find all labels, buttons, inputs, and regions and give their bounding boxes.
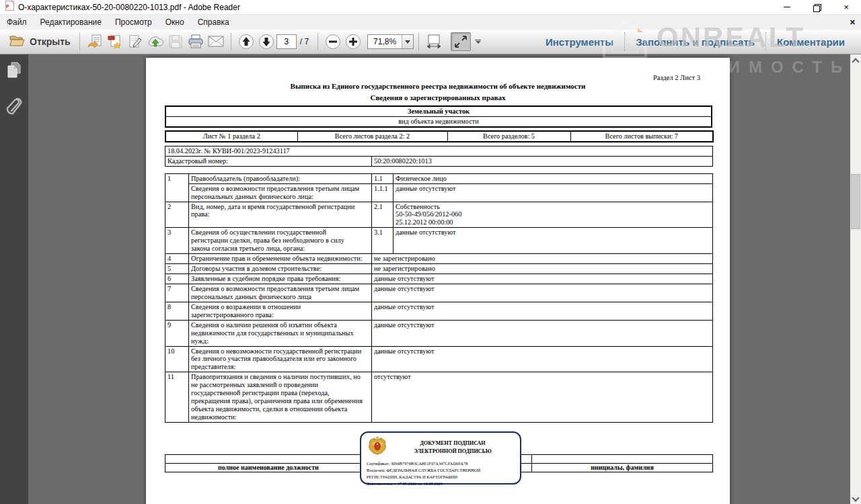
menu-bar: Файл Редактирование Просмотр Окно Справк… bbox=[0, 15, 861, 30]
stamp-validity: Действителен: с 17.05.2022 по 10.08.2023 bbox=[367, 480, 515, 487]
row-label-cell: Правопритязания и сведения о наличии пос… bbox=[189, 372, 372, 423]
fit-width-icon bbox=[426, 34, 442, 49]
email-envelope-icon bbox=[208, 36, 224, 48]
page-up-icon bbox=[238, 34, 254, 50]
sheet-cell: Лист № 1 раздела 2 bbox=[165, 131, 297, 142]
table-row: 11Правопритязания и сведения о наличии п… bbox=[165, 372, 713, 423]
row-number-cell: 8 bbox=[165, 302, 189, 320]
zoom-in-icon bbox=[345, 34, 361, 50]
print-button[interactable] bbox=[186, 32, 206, 51]
page-total-label: / 7 bbox=[300, 37, 309, 46]
zoom-out-button[interactable] bbox=[323, 32, 343, 51]
row-value-cell: не зарегистрировано bbox=[372, 264, 713, 274]
sign-pencil-icon bbox=[127, 34, 143, 50]
row-label-cell: Сведения об осуществлении государственно… bbox=[189, 228, 372, 254]
save-button[interactable] bbox=[165, 32, 186, 51]
fill-sign-panel-button[interactable]: Заполнить и подписать bbox=[625, 36, 765, 48]
menu-file[interactable]: Файл bbox=[0, 15, 34, 29]
table-row: 5Договоры участия в долевом строительств… bbox=[165, 264, 713, 274]
sign-button[interactable] bbox=[125, 32, 145, 51]
toolbar-separator bbox=[317, 33, 318, 50]
row-subnumber-cell: 1.1 bbox=[372, 173, 394, 183]
row-number-cell: 7 bbox=[165, 284, 189, 302]
table-row: 1Правообладатель (правообладатели):1.1Фи… bbox=[165, 173, 713, 183]
scroll-down-icon[interactable] bbox=[852, 494, 859, 501]
create-pdf-icon bbox=[107, 34, 123, 50]
zoom-level-value: 71,8% bbox=[368, 37, 402, 46]
row-label-cell: Сведения о возможности предоставления тр… bbox=[189, 284, 372, 302]
fit-width-button[interactable] bbox=[424, 32, 444, 51]
email-button[interactable] bbox=[206, 32, 226, 51]
row-value-cell: данные отсутствуют bbox=[372, 302, 713, 320]
restore-button[interactable] bbox=[802, 0, 831, 14]
row-value-cell: Физическое лицо bbox=[394, 173, 713, 183]
menu-help[interactable]: Справка bbox=[191, 15, 236, 29]
tools-panel-button[interactable]: Инструменты bbox=[535, 36, 624, 48]
document-viewport[interactable]: Раздел 2 Лист 3 Выписка из Единого госуд… bbox=[28, 54, 850, 504]
row-label-cell: Ограничение прав и обременение объекта н… bbox=[189, 254, 372, 264]
toolbar-separator bbox=[418, 33, 419, 50]
main-area: Раздел 2 Лист 3 Выписка из Единого госуд… bbox=[0, 54, 861, 504]
sheet-cell: Всего листов раздела 2: 2 bbox=[297, 131, 447, 142]
row-label-cell: Договоры участия в долевом строительстве… bbox=[189, 264, 372, 274]
date-number-table: 18.04.2023г. № КУВИ-001/2023-91243117 Ка… bbox=[165, 146, 713, 167]
row-value-cell: не зарегистрировано bbox=[372, 254, 713, 264]
title-bar: P О-характеристиках-50-20-0080220-1013.p… bbox=[0, 0, 861, 15]
create-pdf-button[interactable] bbox=[105, 32, 125, 51]
row-value-cell: данные отсутствуют bbox=[372, 346, 713, 372]
table-row: 4Ограничение прав и обременение объекта … bbox=[165, 254, 713, 264]
document-tables: Земельный участок вид объекта недвижимос… bbox=[165, 106, 712, 423]
table-row: 2Вид, номер, дата и время государственно… bbox=[165, 202, 713, 228]
table-row: 6Заявленные в судебном порядке права тре… bbox=[165, 274, 713, 284]
actual-size-button[interactable] bbox=[451, 32, 471, 51]
zoom-in-button[interactable] bbox=[343, 32, 363, 51]
table-row: 10Сведения о невозможности государственн… bbox=[165, 346, 713, 372]
upload-cloud-button[interactable] bbox=[145, 32, 165, 51]
document-subtitle: Сведения о зарегистрированных правах bbox=[146, 93, 730, 101]
table-row: 7Сведения о возможности предоставления т… bbox=[165, 284, 713, 302]
print-icon bbox=[188, 34, 204, 49]
rights-table-body: 1Правообладатель (правообладатели):1.1Фи… bbox=[165, 173, 713, 422]
export-pdf-button[interactable] bbox=[85, 32, 105, 51]
resize-arrows-icon bbox=[454, 35, 467, 48]
overflow-bar-icon bbox=[475, 40, 481, 40]
zoom-level-select[interactable]: 71,8% bbox=[367, 34, 414, 49]
scrollbar-thumb[interactable] bbox=[851, 174, 860, 229]
table-row: 8Сведения о возражении в отношении зарег… bbox=[165, 302, 713, 320]
minimize-button[interactable] bbox=[772, 0, 802, 14]
open-button[interactable]: Открыть bbox=[5, 32, 75, 51]
close-button[interactable]: × bbox=[831, 0, 861, 14]
menubar-close-icon[interactable]: ✕ bbox=[850, 18, 856, 27]
toolbar-overflow-button[interactable] bbox=[475, 40, 481, 44]
scroll-up-icon[interactable] bbox=[852, 58, 859, 65]
navigation-sidebar bbox=[0, 54, 28, 504]
vertical-scrollbar[interactable] bbox=[850, 54, 861, 504]
page-thumbnails-icon[interactable] bbox=[7, 61, 22, 81]
overflow-chevron-icon bbox=[476, 41, 481, 44]
coat-of-arms-icon bbox=[367, 435, 388, 460]
row-label-cell: Вид, номер, дата и время государственной… bbox=[189, 202, 372, 228]
row-subnumber-cell: 1.1.1 bbox=[372, 183, 394, 202]
previous-page-button[interactable] bbox=[236, 32, 256, 51]
row-value-cell: данные отсутствуют bbox=[372, 320, 713, 346]
page-number-input[interactable] bbox=[276, 34, 297, 49]
menu-view[interactable]: Просмотр bbox=[108, 15, 159, 29]
attachments-paperclip-icon[interactable] bbox=[6, 96, 22, 122]
comments-panel-button[interactable]: Комментарии bbox=[766, 36, 856, 48]
row-value-cell: данные отсутствуют bbox=[394, 228, 713, 254]
row-number-cell: 6 bbox=[165, 274, 189, 284]
cadastral-number-value: 50:20:0080220:1013 bbox=[372, 156, 713, 166]
menu-window[interactable]: Окно bbox=[159, 15, 191, 29]
row-value-cell: Собственность 50-50-49/056/2012-060 25.1… bbox=[394, 202, 713, 228]
row-subnumber-cell: 2.1 bbox=[372, 202, 394, 228]
table-row: Сведения о возможности предоставления тр… bbox=[165, 183, 713, 202]
stamp-owner-line2: РЕГИСТРАЦИИ, КАДАСТРА И КАРТОГРАФИИ bbox=[367, 474, 515, 480]
object-type-value: Земельный участок bbox=[165, 106, 712, 116]
zoom-dropdown-button[interactable] bbox=[402, 35, 413, 48]
next-page-button[interactable] bbox=[256, 32, 276, 51]
document-title: Выписка из Единого государственного реес… bbox=[146, 82, 730, 90]
extract-date-number: 18.04.2023г. № КУВИ-001/2023-91243117 bbox=[165, 146, 713, 156]
row-number-cell: 4 bbox=[165, 254, 189, 264]
row-number-cell: 5 bbox=[165, 264, 189, 274]
menu-edit[interactable]: Редактирование bbox=[34, 15, 108, 29]
